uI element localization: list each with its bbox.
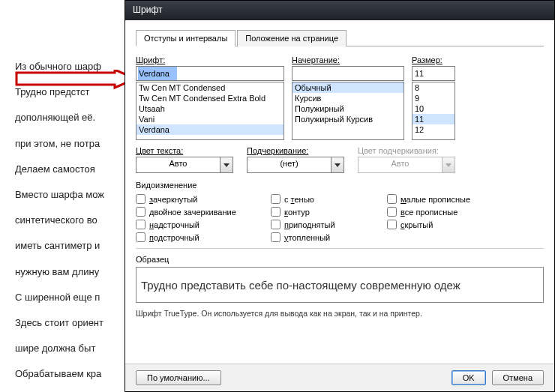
background-document: Из обычного шарфТрудно предстстдополняющ… bbox=[15, 60, 135, 392]
default-button[interactable]: По умолчанию... bbox=[136, 370, 221, 385]
dropdown-icon bbox=[442, 157, 455, 173]
list-item[interactable]: Vani bbox=[136, 114, 284, 124]
underline-combo[interactable]: (нет) bbox=[247, 157, 344, 173]
effect-shadow[interactable]: с тенью bbox=[271, 194, 387, 204]
underline-color-combo: Авто bbox=[358, 157, 455, 173]
font-input[interactable] bbox=[136, 66, 284, 81]
list-item[interactable]: 10 bbox=[412, 103, 454, 114]
effect-dstrike[interactable]: двойное зачеркивание bbox=[136, 207, 271, 217]
effect-emboss[interactable]: приподнятый bbox=[271, 220, 387, 229]
tab-indents[interactable]: Отступы и интервалы bbox=[136, 30, 236, 46]
dropdown-icon[interactable] bbox=[331, 157, 344, 173]
dialog-titlebar: Шрифт bbox=[125, 1, 554, 20]
effect-smallcaps[interactable]: малые прописные bbox=[387, 194, 500, 204]
cancel-button[interactable]: Отмена bbox=[492, 370, 544, 385]
effect-allcaps[interactable]: все прописные bbox=[387, 207, 500, 217]
list-item[interactable]: 12 bbox=[412, 124, 454, 135]
style-listbox[interactable]: ОбычныйКурсивПолужирныйПолужирный Курсив bbox=[292, 82, 404, 140]
effects-title: Видоизменение bbox=[136, 181, 544, 190]
font-label: Шрифт: bbox=[136, 55, 284, 64]
sample-label: Образец bbox=[136, 255, 544, 264]
list-item[interactable]: 11 bbox=[412, 114, 454, 124]
color-label: Цвет текста: bbox=[136, 146, 233, 155]
list-item[interactable]: Обычный bbox=[292, 82, 404, 93]
list-item[interactable]: 9 bbox=[412, 93, 454, 103]
list-item[interactable]: Tw Cen MT Condensed Extra Bold bbox=[136, 93, 284, 103]
effect-sub[interactable]: подстрочный bbox=[136, 232, 271, 242]
tab-position[interactable]: Положение на странице bbox=[237, 30, 346, 46]
color-combo[interactable]: Авто bbox=[136, 157, 233, 173]
font-listbox[interactable]: Tw Cen MT CondensedTw Cen MT Condensed E… bbox=[136, 82, 284, 140]
effect-hidden[interactable]: скрытый bbox=[387, 220, 500, 229]
list-item[interactable]: Полужирный Курсив bbox=[292, 114, 404, 124]
list-item[interactable]: 8 bbox=[412, 82, 454, 93]
size-listbox[interactable]: 89101112 bbox=[412, 82, 455, 140]
style-label: Начертание: bbox=[292, 55, 404, 64]
effect-strike[interactable]: зачеркнутый bbox=[136, 194, 271, 204]
list-item[interactable]: Курсив bbox=[292, 93, 404, 103]
font-info: Шрифт TrueType. Он используется для выво… bbox=[136, 309, 544, 318]
effect-outline[interactable]: контур bbox=[271, 207, 387, 217]
style-input[interactable] bbox=[292, 66, 404, 81]
effect-super[interactable]: надстрочный bbox=[136, 220, 271, 229]
list-item[interactable]: Полужирный bbox=[292, 103, 404, 114]
dialog-footer: По умолчанию... OK Отмена bbox=[125, 364, 554, 391]
list-item[interactable]: Tw Cen MT Condensed bbox=[136, 82, 284, 93]
underline-label: Подчеркивание: bbox=[247, 146, 344, 155]
dialog-title: Шрифт bbox=[133, 4, 162, 15]
ok-button[interactable]: OK bbox=[452, 370, 486, 385]
list-item[interactable]: Verdana bbox=[136, 124, 284, 135]
size-input[interactable] bbox=[412, 66, 455, 81]
size-label: Размер: bbox=[412, 55, 455, 64]
sample-preview: Трудно представить себе по-настоящему со… bbox=[136, 267, 544, 303]
list-item[interactable]: Utsaah bbox=[136, 103, 284, 114]
tab-strip: Отступы и интервалы Положение на страниц… bbox=[136, 29, 544, 46]
dropdown-icon[interactable] bbox=[220, 157, 233, 173]
underline-color-label: Цвет подчеркивания: bbox=[358, 146, 455, 155]
font-dialog: Шрифт Отступы и интервалы Положение на с… bbox=[124, 0, 555, 392]
effect-engrave[interactable]: утопленный bbox=[271, 232, 387, 242]
